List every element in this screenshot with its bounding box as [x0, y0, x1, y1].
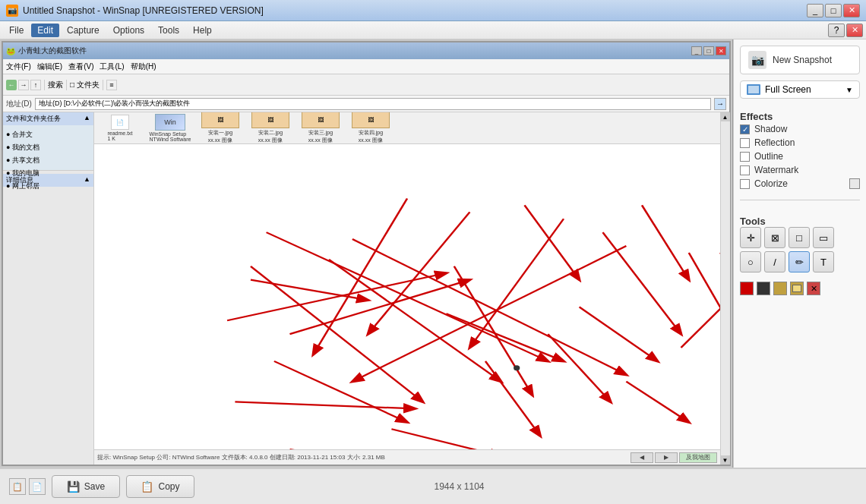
inner-folders-btn[interactable]: □ 文件夹	[70, 80, 100, 90]
new-snapshot-button[interactable]: 📷 New Snapshot	[740, 46, 860, 74]
colorize-checkbox[interactable]	[740, 179, 750, 189]
copy-label: Copy	[158, 481, 179, 492]
color-gold[interactable]	[773, 282, 787, 295]
close-button[interactable]: ✕	[843, 4, 860, 17]
effect-colorize[interactable]: Colorize	[740, 177, 860, 191]
svg-line-5	[368, 212, 470, 334]
menu-help[interactable]: Help	[187, 24, 218, 37]
inner-status-bar: 提示: WinSnap Setup 公司: NTWind Software 文件…	[94, 449, 720, 465]
bottom-icon-1[interactable]: 📋	[9, 478, 26, 495]
color-copy-icon[interactable]	[790, 282, 804, 295]
tools-section: Tools ✛ ⊠ □ ▭ ○ / ✏ T	[740, 209, 860, 272]
drawing-canvas[interactable]	[94, 144, 720, 449]
close-small-button[interactable]: ✕	[846, 24, 863, 37]
menu-edit[interactable]: Edit	[31, 24, 59, 37]
inner-address-input[interactable]: 地址(D) [D:\小必软件(二)\必装小而强大的截图软件	[35, 98, 711, 110]
inner-nav-prev[interactable]: ◀	[631, 452, 653, 463]
tools-row-2: ○ / ✏ T	[740, 251, 860, 272]
minimize-button[interactable]: _	[807, 4, 823, 17]
screen-select[interactable]: Full Screen ▼	[740, 80, 860, 99]
inner-back-btn[interactable]: ←	[6, 80, 17, 90]
ellipse-tool[interactable]: ○	[740, 251, 761, 272]
effect-outline[interactable]: Outline	[740, 150, 860, 163]
bottom-actions: 📋 📄 💾 Save 📋 Copy	[9, 475, 194, 498]
inner-views-btn[interactable]: ≡	[106, 80, 117, 90]
text-tool[interactable]: T	[813, 251, 834, 272]
inner-address-label: 地址(D)	[6, 99, 32, 109]
file-item-6[interactable]: 🖼 安装四.jpgxx.xx 图像	[348, 112, 393, 144]
inner-search-btn[interactable]: 搜索	[48, 80, 63, 90]
main-container: 🐸 小青蛙大的截图软件 _ □ ✕ 文件(F) 编辑(E) 查看(V) 工具(L…	[0, 39, 866, 468]
color-x-icon[interactable]: ✕	[807, 282, 820, 295]
inner-nav-next[interactable]: ▶	[655, 452, 678, 463]
menu-capture[interactable]: Capture	[61, 24, 106, 37]
reflection-checkbox[interactable]	[740, 138, 750, 148]
scroll-down[interactable]: ▼	[721, 455, 730, 465]
inner-menu-help[interactable]: 帮助(H)	[131, 61, 156, 72]
inner-menu-view[interactable]: 查看(V)	[68, 61, 93, 72]
color-red[interactable]	[740, 282, 754, 295]
bottom-icon-2[interactable]: 📄	[29, 478, 46, 495]
menu-options[interactable]: Options	[107, 24, 150, 37]
menu-file[interactable]: File	[3, 24, 30, 37]
tools-grid: ✛ ⊠ □ ▭ ○ / ✏ T	[740, 227, 860, 272]
tools-title: Tools	[740, 216, 860, 227]
menu-tools[interactable]: Tools	[152, 24, 185, 37]
svg-line-25	[352, 239, 627, 375]
inner-sidebar-item-3[interactable]: ● 共享文档	[6, 154, 90, 167]
copy-button[interactable]: 📋 Copy	[126, 475, 194, 498]
inner-up-btn[interactable]: ↑	[30, 80, 41, 90]
shadow-checkbox[interactable]: ✓	[740, 124, 750, 134]
scroll-up[interactable]: ▲	[721, 112, 730, 121]
color-dark[interactable]	[757, 282, 770, 295]
inner-body: 文件和文件夹任务 ▲ ● 合并文 ● 我的文档 ● 共享文档 ● 我的电脑 ● …	[3, 112, 729, 465]
inner-map-btn[interactable]: 及我地图	[679, 452, 717, 463]
file-item-1[interactable]: 📄 readme.txt1 K	[97, 115, 143, 141]
canvas-scrollbar[interactable]: ▲ ▼	[720, 112, 729, 465]
svg-line-3	[267, 232, 548, 361]
bottom-extra-icons: 📋 📄	[9, 478, 46, 495]
screen-select-label: Full Screen	[765, 84, 811, 95]
inner-menu-bar: 文件(F) 编辑(E) 查看(V) 工具(L) 帮助(H)	[3, 59, 729, 74]
file-item-3[interactable]: 🖼 安装一.jpgxx.xx 图像	[198, 112, 243, 144]
screen-icon	[747, 84, 760, 95]
help-icon-button[interactable]: ?	[828, 24, 845, 37]
inner-sidebar-toggle[interactable]: ▲	[84, 114, 90, 124]
effect-reflection[interactable]: Reflection	[740, 136, 860, 150]
inner-menu-edit[interactable]: 编辑(E)	[37, 61, 62, 72]
inner-window-title: 小青蛙大的截图软件	[18, 46, 87, 56]
svg-line-8	[603, 232, 681, 334]
color-row: ✕	[740, 282, 860, 295]
file-item-2[interactable]: Win WinSnap SetupNTWind Software	[147, 114, 193, 142]
inner-sidebar-item-2[interactable]: ● 我的文档	[6, 141, 90, 154]
inner-sidebar-item-1[interactable]: ● 合并文	[6, 128, 90, 141]
rounded-rect-tool[interactable]: ▭	[813, 227, 834, 248]
watermark-checkbox[interactable]	[740, 165, 750, 175]
inner-window: 🐸 小青蛙大的截图软件 _ □ ✕ 文件(F) 编辑(E) 查看(V) 工具(L…	[2, 41, 731, 466]
crop-tool[interactable]: ⊠	[764, 227, 785, 248]
effect-shadow[interactable]: ✓ Shadow	[740, 122, 860, 136]
shadow-label: Shadow	[754, 124, 787, 134]
rect-tool[interactable]: □	[789, 227, 810, 248]
effect-watermark[interactable]: Watermark	[740, 163, 860, 177]
inner-go-btn[interactable]: →	[714, 98, 726, 110]
window-controls[interactable]: _ □ ✕	[807, 4, 860, 17]
outline-checkbox[interactable]	[740, 152, 750, 162]
svg-line-18	[626, 382, 688, 423]
watermark-label: Watermark	[754, 165, 798, 175]
svg-line-24	[391, 429, 501, 449]
svg-line-12	[235, 402, 415, 408]
save-icon: 💾	[67, 480, 80, 493]
inner-sidebar-toggle2[interactable]: ▲	[84, 175, 90, 185]
colorize-swatch[interactable]	[849, 178, 860, 189]
inner-menu-file[interactable]: 文件(F)	[6, 61, 31, 72]
arrow-tool[interactable]: ✏	[789, 251, 810, 272]
file-item-4[interactable]: 🖼 安装二.jpgxx.xx 图像	[248, 112, 293, 144]
save-button[interactable]: 💾 Save	[52, 475, 120, 498]
maximize-button[interactable]: □	[825, 4, 842, 17]
line-tool[interactable]: /	[764, 251, 785, 272]
file-item-5[interactable]: 🖼 安装三.jpgxx.xx 图像	[298, 112, 343, 144]
inner-menu-tools[interactable]: 工具(L)	[100, 61, 124, 72]
select-tool[interactable]: ✛	[740, 227, 761, 248]
inner-fwd-btn[interactable]: →	[18, 80, 29, 90]
